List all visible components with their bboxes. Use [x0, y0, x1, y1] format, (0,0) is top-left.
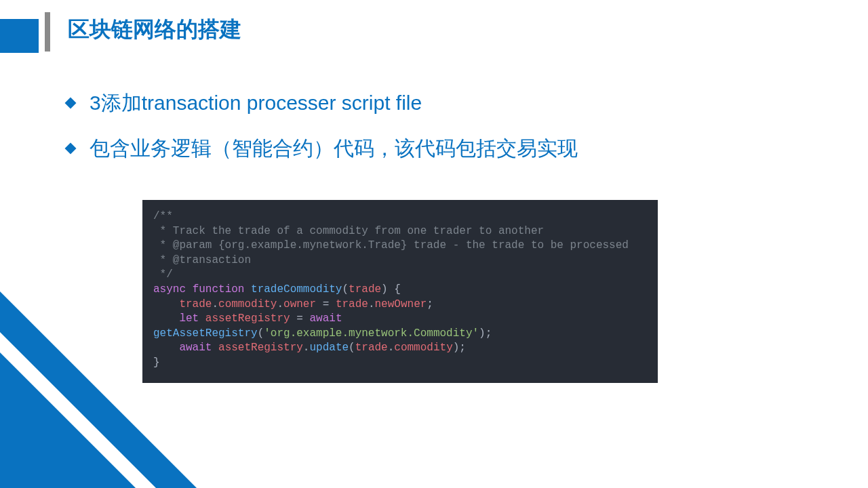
page-title: 区块链网络的搭建 [68, 15, 241, 45]
diamond-icon [65, 98, 77, 109]
code-block: /** * Track the trade of a commodity fro… [142, 200, 658, 383]
bullet-text: 包含业务逻辑（智能合约）代码，该代码包括交易实现 [90, 135, 578, 163]
bullet-item: 包含业务逻辑（智能合约）代码，该代码包括交易实现 [66, 135, 827, 163]
bullet-item: 3添加transaction processer script file [66, 89, 827, 117]
diamond-icon [65, 142, 77, 154]
bullet-text: 3添加transaction processer script file [90, 89, 422, 117]
header-blue-block [0, 19, 39, 53]
bullet-list: 3添加transaction processer script file 包含业… [66, 89, 827, 180]
header-gray-bar [45, 12, 50, 52]
